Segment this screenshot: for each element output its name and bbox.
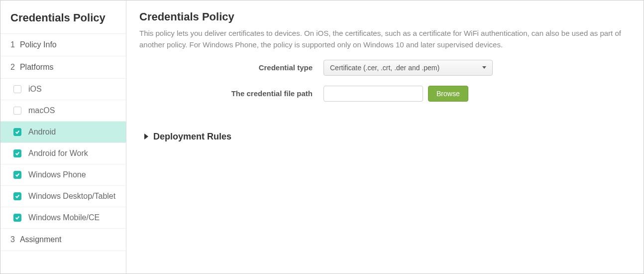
checkbox-icon[interactable]	[13, 214, 21, 222]
platform-label: Windows Mobile/CE	[28, 213, 100, 222]
platform-label: Windows Phone	[28, 170, 86, 179]
deployment-rules-header[interactable]: Deployment Rules	[139, 132, 631, 142]
sidebar-title: Credentials Policy	[0, 0, 126, 34]
sidebar: Credentials Policy 1 Policy Info 2 Platf…	[0, 0, 126, 274]
checkbox-icon[interactable]	[13, 85, 21, 93]
platform-item-windows-mobile-ce[interactable]: Windows Mobile/CE	[0, 207, 126, 229]
platform-label: iOS	[28, 85, 42, 94]
chevron-down-icon	[482, 66, 486, 69]
main-content: Credentials Policy This policy lets you …	[126, 0, 644, 274]
step-number: 2	[10, 63, 15, 72]
form-row-file-path: The credential file path Browse	[139, 86, 631, 102]
checkbox-icon[interactable]	[13, 171, 21, 179]
step-number: 1	[10, 40, 15, 49]
step-label: Platforms	[20, 63, 54, 72]
step-assignment[interactable]: 3 Assignment	[0, 229, 126, 251]
checkbox-icon[interactable]	[13, 192, 21, 200]
platform-label: Android	[28, 128, 56, 137]
platform-label: Android for Work	[28, 149, 88, 158]
platform-item-windows-desktop-tablet[interactable]: Windows Desktop/Tablet	[0, 186, 126, 207]
step-label: Assignment	[20, 235, 62, 244]
page-title: Credentials Policy	[139, 10, 631, 23]
platform-label: macOS	[28, 106, 55, 115]
select-value: Certificate (.cer, .crt, .der and .pem)	[330, 64, 439, 72]
step-policy-info[interactable]: 1 Policy Info	[0, 34, 126, 56]
credential-type-label: Credential type	[139, 63, 323, 72]
disclosure-triangle-icon	[144, 134, 148, 139]
checkbox-icon[interactable]	[13, 149, 21, 157]
credential-type-select[interactable]: Certificate (.cer, .crt, .der and .pem)	[323, 60, 493, 76]
checkbox-icon[interactable]	[13, 128, 21, 136]
step-number: 3	[10, 235, 15, 244]
platform-item-ios[interactable]: iOS	[0, 79, 126, 100]
browse-button[interactable]: Browse	[428, 86, 468, 102]
form-row-credential-type: Credential type Certificate (.cer, .crt,…	[139, 60, 631, 76]
platform-item-android[interactable]: Android	[0, 122, 126, 143]
checkbox-icon[interactable]	[13, 107, 21, 115]
file-path-label: The credential file path	[139, 89, 323, 98]
step-label: Policy Info	[20, 40, 57, 49]
page-description: This policy lets you deliver certificate…	[139, 27, 631, 51]
platform-list: iOS macOS Android Android for Work Windo…	[0, 79, 126, 229]
section-title: Deployment Rules	[153, 132, 231, 142]
platform-item-macos[interactable]: macOS	[0, 100, 126, 122]
file-path-input[interactable]	[323, 86, 423, 102]
step-platforms[interactable]: 2 Platforms	[0, 56, 126, 79]
platform-item-android-for-work[interactable]: Android for Work	[0, 143, 126, 164]
platform-item-windows-phone[interactable]: Windows Phone	[0, 164, 126, 186]
platform-label: Windows Desktop/Tablet	[28, 192, 115, 201]
